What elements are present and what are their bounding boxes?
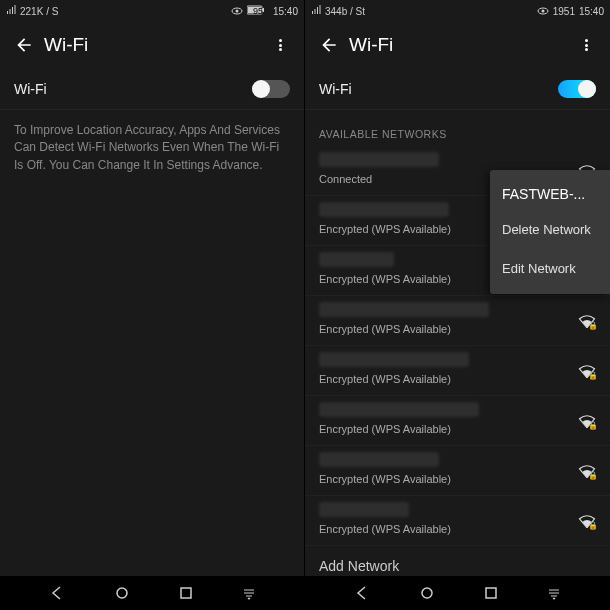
eye-icon [231,6,243,17]
lock-icon: 🔒 [588,471,598,480]
network-ssid-redacted [319,202,449,217]
context-menu-edit[interactable]: Edit Network [490,249,610,288]
network-status: Encrypted (WPS Available) [319,323,596,335]
network-ssid-redacted [319,302,489,317]
network-status: Encrypted (WPS Available) [319,423,596,435]
eye-icon [537,6,549,17]
nav-recent-button[interactable] [484,586,498,600]
wifi-signal-icon: 🔒 [578,464,596,478]
status-net-speed: 344b / St [325,6,365,17]
svg-point-6 [541,9,544,12]
network-ssid-redacted [319,152,439,167]
status-bar: 344b / St 1951 15:40 [305,0,610,22]
nav-drawer-button[interactable] [242,586,256,600]
wifi-signal-icon: 🔒 [578,414,596,428]
network-item[interactable]: Encrypted (WPS Available)🔒 [305,296,610,346]
context-menu-delete[interactable]: Delete Network [490,210,610,249]
status-net-speed: 221K / S [20,6,58,17]
signal-icon [6,5,16,17]
nav-back-button[interactable] [354,585,370,601]
navigation-bar [0,576,610,610]
signal-icon [311,5,321,17]
nav-drawer-button[interactable] [547,586,561,600]
status-bar: 221K / S 95 15:40 [0,0,304,22]
wifi-toggle-label: Wi-Fi [319,81,352,97]
lock-icon: 🔒 [588,521,598,530]
app-header: Wi-Fi [305,22,610,68]
lock-icon: 🔒 [588,371,598,380]
wifi-signal-icon: 🔒 [578,314,596,328]
page-title: Wi-Fi [349,34,393,56]
wifi-toggle-row: Wi-Fi [0,68,304,110]
overflow-menu-button[interactable] [570,29,602,61]
wifi-screen-right: 344b / St 1951 15:40 Wi-Fi Wi-Fi AVAI [305,0,610,610]
status-time: 15:40 [273,6,298,17]
network-context-menu: FASTWEB-... Delete Network Edit Network [490,170,610,294]
app-header: Wi-Fi [0,22,304,68]
network-ssid-redacted [319,502,409,517]
lock-icon: 🔒 [588,421,598,430]
svg-point-9 [422,588,432,598]
back-button[interactable] [313,29,345,61]
network-ssid-redacted [319,402,479,417]
nav-back-button[interactable] [49,585,65,601]
nav-recent-button[interactable] [179,586,193,600]
network-item[interactable]: Encrypted (WPS Available)🔒 [305,446,610,496]
page-title: Wi-Fi [44,34,88,56]
wifi-signal-icon: 🔒 [578,514,596,528]
status-time: 15:40 [579,6,604,17]
wifi-toggle-switch[interactable] [252,80,290,98]
wifi-screen-left: 221K / S 95 15:40 Wi-Fi W [0,0,305,610]
network-status: Encrypted (WPS Available) [319,473,596,485]
wifi-signal-icon: 🔒 [578,364,596,378]
overflow-menu-button[interactable] [264,29,296,61]
wifi-toggle-switch[interactable] [558,80,596,98]
nav-home-button[interactable] [419,585,435,601]
svg-rect-8 [181,588,191,598]
status-battery-pct: 95 [253,6,263,16]
network-ssid-redacted [319,252,394,267]
back-button[interactable] [8,29,40,61]
network-status: Encrypted (WPS Available) [319,523,596,535]
svg-point-1 [235,9,238,12]
svg-point-7 [117,588,127,598]
wifi-toggle-row: Wi-Fi [305,68,610,110]
network-ssid-redacted [319,452,439,467]
context-menu-title: FASTWEB-... [490,176,610,210]
network-item[interactable]: Encrypted (WPS Available)🔒 [305,346,610,396]
lock-icon: 🔒 [588,321,598,330]
status-battery-pct: 1951 [553,6,575,17]
network-ssid-redacted [319,352,469,367]
wifi-toggle-label: Wi-Fi [14,81,47,97]
network-item[interactable]: Encrypted (WPS Available)🔒 [305,496,610,546]
wifi-off-hint: To Improve Location Accuracy, Apps And S… [0,110,304,186]
nav-home-button[interactable] [114,585,130,601]
network-status: Encrypted (WPS Available) [319,373,596,385]
available-networks-label: AVAILABLE NETWORKS [305,110,610,146]
network-item[interactable]: Encrypted (WPS Available)🔒 [305,396,610,446]
svg-rect-10 [486,588,496,598]
